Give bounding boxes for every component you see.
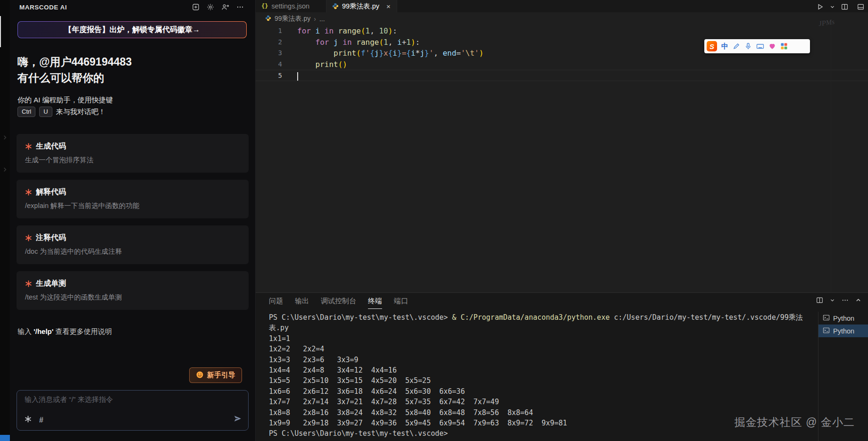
terminal-line: 1x3=3 2x3=6 3x3=9 (269, 355, 815, 365)
new-chat-icon[interactable] (192, 3, 200, 11)
help-command: '/help' (33, 327, 53, 335)
line-number: 2 (256, 37, 282, 48)
chevron-down-icon[interactable] (830, 4, 835, 9)
split-terminal-icon[interactable] (816, 297, 823, 304)
greeting: 嗨，@用户4469194483 有什么可以帮你的 (17, 54, 132, 86)
help-post: 查看更多使用说明 (53, 327, 112, 335)
terminal-line: PS C:\Users\Dario\my-test\my-test\.vscod… (269, 312, 815, 323)
suggestion-card-3[interactable]: 注释代码/doc 为当前选中的代码生成注释 (17, 225, 249, 264)
activity-bar-icon[interactable] (1, 134, 8, 141)
vscode-window: MARSCODE AI 【年度报告】出炉，解锁专属代码徽章→ 嗨，@用户4469… (0, 0, 868, 441)
card-description: /doc 为当前选中的代码生成注释 (25, 247, 240, 256)
terminal-instance-list: PythonPython (818, 312, 868, 441)
panel-tab-bar: 问题输出调试控制台终端端口 (269, 297, 408, 309)
ime-skin-icon[interactable] (768, 42, 776, 50)
scrollbar-gutter (831, 25, 831, 292)
suggestion-card-2[interactable]: 解释代码/explain 解释一下当前选中函数的功能 (17, 180, 249, 218)
line-number: 4 (256, 59, 282, 70)
layout-icon[interactable] (857, 3, 864, 10)
chevron-up-icon[interactable] (855, 297, 861, 303)
sogou-logo[interactable]: S (707, 41, 717, 51)
code-editor[interactable]: 1for i in range(1, 10):2 for j in range(… (256, 25, 868, 292)
code-text: print() (282, 59, 347, 70)
code-text: for i in range(1, 10): (282, 25, 397, 37)
json-icon: {} (261, 3, 268, 9)
active-view-indicator (0, 16, 1, 47)
key-u: U (39, 107, 52, 117)
assistant-hint: 你的 AI 编程助手，使用快捷键 (17, 96, 113, 105)
help-hint: 输入 '/help' 查看更多使用说明 (17, 327, 112, 336)
panel-tab-问题[interactable]: 问题 (269, 297, 283, 309)
guide-button-label: 新手引导 (207, 371, 235, 380)
panel-tab-输出[interactable]: 输出 (295, 297, 309, 309)
breadcrumb[interactable]: 99乘法表.py › ... (256, 12, 868, 25)
split-editor-icon[interactable] (841, 3, 848, 10)
code-text: for j in range(1, i+1): (282, 37, 420, 48)
panel-tab-调试控制台[interactable]: 调试控制台 (321, 297, 356, 309)
banner-text: 【年度报告】出炉，解锁专属代码徽章→ (18, 22, 246, 38)
shortcut-hint-row: Ctrl U 来与我对话吧！ (17, 107, 106, 117)
terminal-line: 1x7=7 2x7=14 3x7=21 4x7=28 5x7=35 6x7=42… (269, 397, 815, 407)
editor-actions (817, 2, 864, 11)
breadcrumb-file: 99乘法表.py (275, 15, 310, 23)
suggestion-card-4[interactable]: 生成单测/test 为这段选中的函数生成单测 (17, 271, 249, 310)
panel-tab-终端[interactable]: 终端 (368, 297, 382, 309)
more-icon[interactable] (236, 3, 244, 11)
suggestion-card-1[interactable]: 生成代码生成一个冒泡排序算法 (17, 134, 249, 173)
card-title: 解释代码 (36, 187, 66, 197)
account-icon[interactable] (221, 3, 229, 11)
more-icon[interactable] (842, 297, 849, 304)
spark-icon[interactable] (25, 416, 32, 424)
terminal-instance-2[interactable]: Python (818, 325, 868, 337)
card-title-row: 生成代码 (25, 141, 240, 151)
spark-icon (25, 280, 32, 287)
ime-lang-toggle[interactable]: 中 (721, 42, 728, 51)
panel-tab-端口[interactable]: 端口 (394, 297, 408, 309)
annual-report-banner[interactable]: 【年度报告】出炉，解锁专属代码徽章→ (17, 21, 247, 38)
terminal-line: 1x2=2 2x2=4 (269, 344, 815, 354)
chat-input[interactable] (25, 395, 241, 403)
breadcrumb-more: ... (319, 15, 325, 23)
bottom-panel: 问题输出调试控制台终端端口 PS C:\Users\Dario\my-test\… (256, 292, 868, 441)
terminal-instance-1[interactable]: Python (818, 312, 868, 325)
terminal-line: 1x1=1 (269, 333, 815, 344)
ime-mic-icon[interactable] (744, 42, 752, 50)
editor-tab-99乘法表.py[interactable]: 99乘法表.py× (326, 0, 397, 12)
activity-bar (0, 0, 10, 441)
terminal-output[interactable]: PS C:\Users\Dario\my-test\my-test\.vscod… (269, 312, 815, 439)
card-title-row: 解释代码 (25, 187, 240, 197)
gear-icon[interactable] (207, 3, 214, 11)
editor-tab-bar: {}settings.json99乘法表.py× (256, 0, 868, 12)
code-line: 4 print() (256, 59, 868, 70)
terminal-line: 1x4=4 2x4=8 3x4=12 4x4=16 (269, 365, 815, 375)
code-text: print(f'{j}x{i}={i*j}', end='\t') (282, 48, 484, 59)
card-title-row: 生成单测 (25, 279, 240, 289)
remote-indicator[interactable] (0, 435, 10, 441)
panel-actions (816, 297, 861, 304)
ime-toolbox-icon[interactable] (780, 42, 788, 50)
hash-command-icon[interactable]: # (39, 416, 43, 424)
run-icon[interactable] (817, 3, 824, 10)
activity-bar-icon[interactable] (1, 166, 8, 173)
breadcrumb-separator: › (314, 15, 316, 23)
card-title: 注释代码 (36, 233, 66, 243)
chevron-down-icon[interactable] (830, 298, 835, 303)
greeting-line1: 嗨，@用户4469194483 (17, 54, 132, 70)
chat-input-box[interactable]: # (17, 390, 249, 431)
greeting-line2: 有什么可以帮你的 (17, 70, 132, 86)
beginner-guide-button[interactable]: 新手引导 (189, 367, 242, 383)
spark-icon (25, 189, 32, 196)
line-number: 5 (256, 70, 282, 81)
card-description: /explain 解释一下当前选中函数的功能 (25, 201, 240, 210)
close-icon[interactable]: × (386, 2, 391, 10)
shortcut-hint-suffix: 来与我对话吧！ (56, 108, 106, 116)
editor-tab-settings.json[interactable]: {}settings.json (256, 0, 326, 12)
terminal-line: 表.py (269, 323, 815, 333)
ime-pen-icon[interactable] (733, 42, 740, 50)
terminal-line: 1x9=9 2x9=18 3x9=27 4x9=36 5x9=45 6x9=54… (269, 418, 815, 428)
send-icon[interactable] (234, 415, 242, 424)
terminal-line: 1x5=5 2x5=10 3x5=15 4x5=20 5x5=25 (269, 375, 815, 386)
code-line: 5 (256, 70, 868, 81)
ime-keyboard-icon[interactable] (756, 42, 764, 50)
card-title: 生成单测 (36, 279, 66, 289)
